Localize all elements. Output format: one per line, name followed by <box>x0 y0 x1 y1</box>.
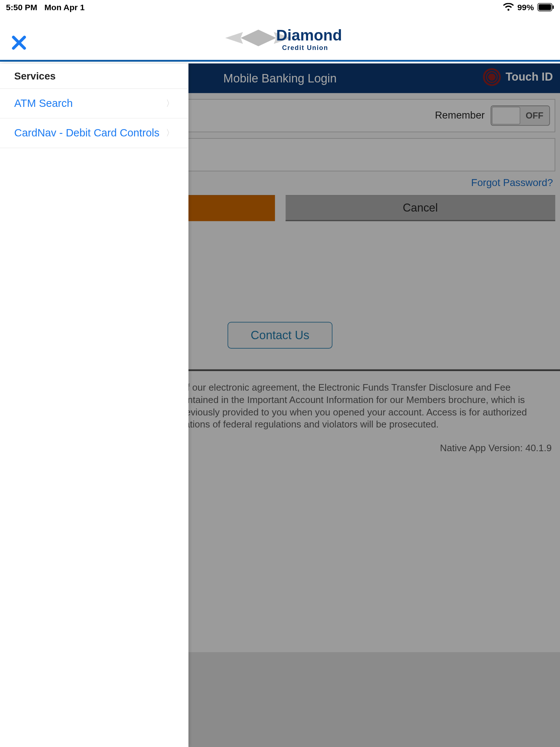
sidebar-item-atm-search[interactable]: ATM Search 〉 <box>0 89 188 119</box>
battery-icon <box>537 3 554 11</box>
app-bar: Diamond Credit Union <box>0 14 560 62</box>
logo-main-text: Diamond <box>276 27 342 44</box>
sidebar-item-label: CardNav - Debit Card Controls <box>14 127 159 139</box>
svg-marker-3 <box>240 30 276 46</box>
services-panel: Services ATM Search 〉 CardNav - Debit Ca… <box>0 63 188 747</box>
status-bar: 5:50 PM Mon Apr 1 99% <box>0 0 560 14</box>
wifi-icon <box>503 3 514 11</box>
chevron-right-icon: 〉 <box>166 128 174 138</box>
status-time: 5:50 PM <box>6 3 37 12</box>
svg-rect-2 <box>553 5 554 9</box>
sidebar-item-label: ATM Search <box>14 97 73 110</box>
sidebar-item-cardnav[interactable]: CardNav - Debit Card Controls 〉 <box>0 119 188 148</box>
svg-rect-1 <box>538 4 551 10</box>
logo-sub-text: Credit Union <box>282 44 328 51</box>
services-header: Services <box>0 63 188 89</box>
close-icon[interactable] <box>11 34 27 51</box>
chevron-right-icon: 〉 <box>166 98 174 109</box>
brand-logo: Diamond Credit Union <box>212 19 348 57</box>
status-date: Mon Apr 1 <box>44 3 85 12</box>
battery-percent: 99% <box>517 3 534 12</box>
svg-marker-4 <box>225 32 243 44</box>
